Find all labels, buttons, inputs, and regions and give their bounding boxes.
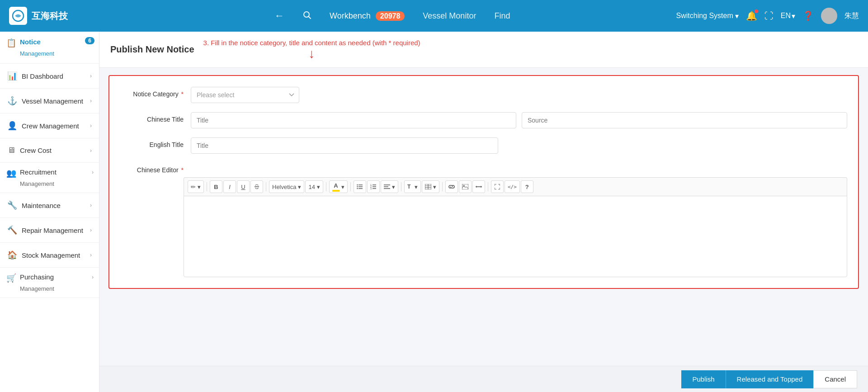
image-button[interactable]: [459, 180, 472, 193]
unordered-list-button[interactable]: [354, 180, 366, 193]
stock-management-icon: 🏠: [7, 250, 17, 260]
search-button[interactable]: [302, 10, 311, 22]
crew-management-label: Crew Management: [22, 122, 85, 130]
font-color-indicator: [332, 190, 340, 192]
sidebar-item-crew-management[interactable]: 👤 Crew Management ›: [0, 113, 99, 138]
hr-button[interactable]: [472, 180, 485, 193]
english-title-label: English Title: [120, 137, 184, 148]
sidebar-item-stock-management[interactable]: 🏠 Stock Management ›: [0, 243, 99, 268]
repair-management-label: Repair Management: [22, 227, 85, 234]
strikethrough-button[interactable]: [250, 180, 263, 193]
toolbar-sep-5: [401, 182, 401, 191]
editor-toolbar: ✏ ▾ B I U: [184, 177, 847, 196]
sidebar: 📋 6 Notice Management 📊 BI Dashboard › ⚓…: [0, 32, 99, 392]
toolbar-sep-2: [266, 182, 266, 191]
chinese-title-controls: [191, 112, 847, 128]
logo-area: 互海科技: [9, 7, 108, 25]
page-title: Publish New Notice: [110, 44, 194, 55]
editor-body[interactable]: [184, 196, 847, 277]
fullscreen-button[interactable]: [491, 180, 504, 193]
code-button[interactable]: </>: [505, 180, 520, 193]
purchasing-sub: Management: [20, 285, 54, 292]
source-input[interactable]: [522, 112, 847, 128]
bi-dashboard-label: BI Dashboard: [22, 72, 85, 80]
vessel-management-label: Vessel Management: [22, 97, 85, 105]
text-style-select[interactable]: T ▾: [404, 180, 421, 193]
toolbar-sep-4: [350, 182, 351, 191]
editor-section: Chinese Editor * ✏ ▾ B: [120, 163, 847, 277]
svg-point-5: [357, 184, 358, 185]
sidebar-item-notice[interactable]: 📋 6 Notice Management: [0, 32, 99, 64]
maintenance-icon: 🔧: [7, 200, 17, 210]
table-select[interactable]: ▾: [422, 180, 439, 193]
toolbar-sep-3: [326, 182, 326, 191]
workbench-badge: 20978: [376, 11, 405, 21]
switching-system-button[interactable]: Switching System ▾: [676, 12, 739, 20]
align-select[interactable]: ▾: [381, 180, 398, 193]
format-select[interactable]: ✏ ▾: [188, 180, 204, 193]
repair-management-arrow: ›: [90, 227, 92, 233]
notice-label: Notice: [20, 38, 41, 46]
sidebar-item-maintenance[interactable]: 🔧 Maintenance ›: [0, 193, 99, 218]
editor-label: Chinese Editor *: [120, 163, 184, 174]
purchasing-arrow: ›: [92, 274, 94, 280]
required-mark: *: [181, 90, 184, 98]
font-size-select[interactable]: 14 ▾: [305, 180, 323, 193]
stock-management-arrow: ›: [90, 252, 92, 258]
released-topped-button[interactable]: Released and Topped: [726, 370, 814, 388]
editor-area: ✏ ▾ B I U: [184, 177, 847, 277]
editor-required-mark: *: [181, 166, 184, 174]
chinese-title-label: Chinese Title: [120, 112, 184, 123]
recruitment-label: Recruitment: [20, 168, 57, 176]
sidebar-item-crew-cost[interactable]: 🖥 Crew Cost ›: [0, 138, 99, 163]
sidebar-item-vessel-management[interactable]: ⚓ Vessel Management ›: [0, 89, 99, 113]
svg-point-7: [357, 186, 358, 187]
publish-button[interactable]: Publish: [681, 370, 725, 388]
bi-dashboard-arrow: ›: [90, 73, 92, 79]
user-name: 朱慧: [844, 11, 859, 21]
crew-cost-arrow: ›: [90, 147, 92, 154]
back-button[interactable]: ←: [274, 10, 284, 22]
editor-label-row: Chinese Editor *: [120, 163, 847, 174]
underline-button[interactable]: U: [237, 180, 250, 193]
notice-category-select[interactable]: Please select: [191, 87, 299, 103]
toolbar-sep-6: [442, 182, 443, 191]
sidebar-item-recruitment[interactable]: 👥 › Recruitment Management: [0, 163, 99, 193]
notification-button[interactable]: 🔔: [746, 10, 757, 21]
nav-right: Switching System ▾ 🔔 ⛶ EN▾ ❓ 朱慧: [676, 8, 859, 24]
chinese-title-input[interactable]: [191, 112, 516, 128]
sidebar-item-bi-dashboard[interactable]: 📊 BI Dashboard ›: [0, 64, 99, 89]
font-color-select[interactable]: A ▾: [329, 180, 348, 193]
fullscreen-button[interactable]: ⛶: [764, 11, 774, 21]
avatar: [821, 8, 837, 24]
recruitment-arrow: ›: [92, 169, 94, 175]
link-button[interactable]: [445, 180, 458, 193]
help-button[interactable]: ?: [521, 180, 533, 193]
help-button[interactable]: ❓: [802, 10, 814, 21]
main-layout: 📋 6 Notice Management 📊 BI Dashboard › ⚓…: [0, 32, 868, 392]
recruitment-icon: 👥: [6, 168, 16, 178]
language-button[interactable]: EN▾: [781, 12, 795, 20]
find-link[interactable]: Find: [494, 11, 510, 21]
svg-text:3.: 3.: [370, 187, 372, 189]
bi-dashboard-icon: 📊: [7, 71, 17, 81]
svg-point-9: [357, 188, 358, 189]
toolbar-sep-1: [207, 182, 207, 191]
english-title-input[interactable]: [191, 137, 498, 154]
format-label: ✏: [191, 184, 196, 190]
notification-dot: [755, 9, 758, 13]
ordered-list-button[interactable]: 1.2.3.: [367, 180, 380, 193]
page-header: Publish New Notice 3. Fill in the notice…: [99, 32, 868, 68]
down-arrow-icon: ↓: [309, 47, 315, 60]
vessel-management-icon: ⚓: [7, 96, 17, 106]
font-family-select[interactable]: Helvetica ▾: [269, 180, 304, 193]
cancel-button[interactable]: Cancel: [813, 370, 857, 388]
italic-button[interactable]: I: [223, 180, 236, 193]
sidebar-item-repair-management[interactable]: 🔨 Repair Management ›: [0, 218, 99, 243]
format-arrow: ▾: [198, 184, 201, 190]
notice-category-label: Notice Category *: [120, 87, 184, 98]
purchasing-label: Purchasing: [20, 273, 54, 281]
vessel-monitor-link[interactable]: Vessel Monitor: [423, 11, 476, 21]
sidebar-item-purchasing[interactable]: 🛒 › Purchasing Management: [0, 268, 99, 298]
bold-button[interactable]: B: [210, 180, 222, 193]
